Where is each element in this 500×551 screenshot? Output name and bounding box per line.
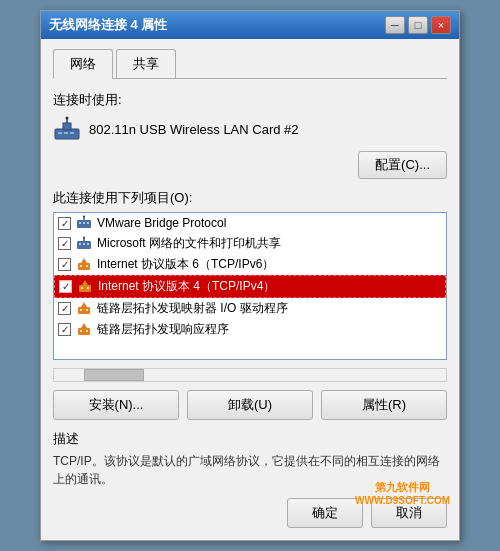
description-label: 描述 (53, 430, 447, 448)
net-icon-ipv6 (76, 257, 92, 273)
svg-rect-33 (86, 330, 88, 332)
ok-button[interactable]: 确定 (287, 498, 363, 528)
svg-rect-31 (78, 328, 90, 335)
checkbox-3[interactable] (58, 258, 71, 271)
svg-rect-20 (80, 265, 82, 267)
adapter-row: 802.11n USB Wireless LAN Card #2 (53, 115, 447, 143)
svg-marker-34 (81, 323, 87, 328)
svg-rect-27 (78, 307, 90, 314)
item-label-6: 链路层拓扑发现响应程序 (97, 321, 229, 338)
svg-rect-9 (83, 222, 85, 224)
svg-marker-30 (81, 302, 87, 307)
svg-point-18 (83, 236, 85, 238)
share-icon (76, 236, 92, 252)
window-body: 网络 共享 连接时使用: 802.11n USB Wireless LAN Ca… (41, 39, 459, 540)
main-window: 无线网络连接 4 属性 ─ □ × 网络 共享 连接时使用: (40, 10, 460, 541)
title-bar: 无线网络连接 4 属性 ─ □ × (41, 11, 459, 39)
window-controls: ─ □ × (385, 16, 451, 34)
checkbox-1[interactable] (58, 217, 71, 230)
svg-rect-25 (87, 287, 89, 289)
svg-rect-4 (70, 132, 74, 134)
watermark-line1: 第九软件网 (355, 480, 450, 495)
watermark-line2: WWW.D9SOFT.COM (355, 495, 450, 506)
close-button[interactable]: × (431, 16, 451, 34)
svg-point-12 (83, 216, 85, 218)
uninstall-button[interactable]: 卸载(U) (187, 390, 313, 420)
list-item[interactable]: Microsoft 网络的文件和打印机共享 (54, 233, 446, 254)
svg-point-6 (66, 117, 69, 120)
config-btn-row: 配置(C)... (53, 151, 447, 179)
svg-marker-22 (81, 258, 87, 263)
svg-rect-24 (81, 287, 83, 289)
tab-sharing[interactable]: 共享 (116, 49, 176, 78)
action-buttons: 安装(N)... 卸载(U) 属性(R) (53, 390, 447, 420)
adapter-name: 802.11n USB Wireless LAN Card #2 (89, 122, 299, 137)
item-label-3: Internet 协议版本 6（TCP/IPv6） (97, 256, 274, 273)
maximize-button[interactable]: □ (408, 16, 428, 34)
svg-rect-28 (80, 309, 82, 311)
bridge-icon (76, 215, 92, 231)
svg-rect-23 (79, 285, 91, 292)
checkbox-5[interactable] (58, 302, 71, 315)
svg-rect-14 (79, 243, 81, 245)
svg-rect-3 (64, 132, 68, 134)
checkbox-4[interactable] (59, 280, 72, 293)
net-icon-ipv4 (77, 279, 93, 295)
adapter-icon (53, 115, 81, 143)
svg-rect-16 (87, 243, 89, 245)
svg-rect-15 (83, 243, 85, 245)
h-scroll-thumb[interactable] (84, 369, 144, 381)
svg-marker-26 (82, 280, 88, 285)
watermark: 第九软件网 WWW.D9SOFT.COM (355, 480, 450, 506)
svg-rect-32 (80, 330, 82, 332)
svg-rect-1 (63, 123, 71, 130)
tab-bar: 网络 共享 (53, 49, 447, 79)
svg-rect-19 (78, 263, 90, 270)
svg-rect-2 (58, 132, 62, 134)
link-icon-2 (76, 322, 92, 338)
config-button[interactable]: 配置(C)... (358, 151, 447, 179)
tab-network[interactable]: 网络 (53, 49, 113, 79)
list-item[interactable]: Internet 协议版本 6（TCP/IPv6） (54, 254, 446, 275)
horizontal-scrollbar[interactable] (53, 368, 447, 382)
item-label-1: VMware Bridge Protocol (97, 216, 226, 230)
list-item[interactable]: 链路层拓扑发现响应程序 (54, 319, 446, 340)
link-icon-1 (76, 301, 92, 317)
checkbox-2[interactable] (58, 237, 71, 250)
install-button[interactable]: 安装(N)... (53, 390, 179, 420)
window-title: 无线网络连接 4 属性 (49, 16, 167, 34)
item-label-5: 链路层拓扑发现映射器 I/O 驱动程序 (97, 300, 288, 317)
minimize-button[interactable]: ─ (385, 16, 405, 34)
list-item[interactable]: 链路层拓扑发现映射器 I/O 驱动程序 (54, 298, 446, 319)
adapter-section-label: 连接时使用: (53, 91, 447, 109)
list-item[interactable]: VMware Bridge Protocol (54, 213, 446, 233)
svg-rect-10 (87, 222, 89, 224)
list-item-selected[interactable]: Internet 协议版本 4（TCP/IPv4） (54, 275, 446, 298)
properties-button[interactable]: 属性(R) (321, 390, 447, 420)
checkbox-6[interactable] (58, 323, 71, 336)
protocol-listbox[interactable]: VMware Bridge Protocol Microsoft 网络的文件和打… (53, 212, 447, 360)
item-label-4: Internet 协议版本 4（TCP/IPv4） (98, 278, 275, 295)
item-label-2: Microsoft 网络的文件和打印机共享 (97, 235, 281, 252)
items-section-label: 此连接使用下列项目(O): (53, 189, 447, 207)
svg-rect-21 (86, 265, 88, 267)
svg-rect-29 (86, 309, 88, 311)
svg-rect-8 (79, 222, 81, 224)
